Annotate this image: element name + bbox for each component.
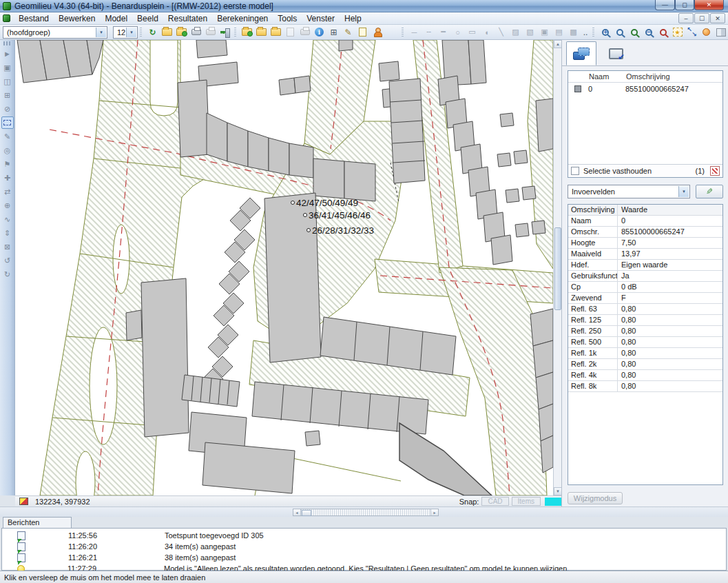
menu-bewerken[interactable]: Bewerken — [54, 13, 100, 24]
property-row[interactable]: Hdef.Eigen waarde — [568, 260, 722, 271]
notes-button[interactable] — [355, 25, 370, 39]
toolbar-grip[interactable] — [3, 41, 12, 45]
snap-color-swatch[interactable] — [545, 498, 561, 506]
messages-log[interactable]: 11:25:56 Toetspunt toegevoegd ID 305 11:… — [1, 528, 727, 571]
selection-list[interactable]: Naam Omschrijving 0 855100000665247 Sele… — [568, 70, 723, 178]
insert-tool-button[interactable]: ⊕ — [1, 199, 14, 212]
scrollbar-thumb[interactable] — [554, 227, 561, 310]
zoomlevel-combo[interactable]: 12 ▼ — [113, 26, 138, 39]
paste-tool-button[interactable]: ◫ — [1, 75, 14, 88]
move-tool-button[interactable]: ⇕ — [1, 227, 14, 239]
save-model-button[interactable] — [269, 25, 283, 39]
crop-tool-button[interactable]: ⊠ — [1, 241, 14, 253]
property-row[interactable]: Refl. 1250,80 — [568, 315, 722, 326]
selection-list-row[interactable]: 0 855100000665247 — [568, 83, 722, 94]
property-row[interactable]: Refl. 2k0,80 — [568, 359, 722, 370]
wijzigmodus-button[interactable]: Wijzigmodus — [568, 492, 623, 504]
menu-resultaten[interactable]: Resultaten — [163, 13, 212, 24]
group-combo[interactable]: (hoofdgroep) ▼ — [3, 26, 107, 39]
tab-berichten[interactable]: Berichten — [3, 517, 72, 528]
user-button[interactable] — [370, 25, 384, 39]
tab-check-results[interactable] — [601, 41, 631, 65]
rectangle-select-tool-button[interactable] — [1, 116, 14, 129]
close-button[interactable]: ✕ — [694, 0, 724, 10]
menu-venster[interactable]: Venster — [302, 13, 340, 24]
grid-view-button[interactable]: ⊞ — [326, 25, 341, 39]
property-grid[interactable]: Omschrijving Waarde Naam0 Omschr.8551000… — [568, 204, 723, 485]
scrollbar-track[interactable] — [301, 509, 430, 515]
property-row[interactable]: Omschr.855100000665247 — [568, 227, 722, 238]
menu-help[interactable]: Help — [340, 13, 366, 24]
select-tool-button[interactable]: ► — [1, 48, 14, 60]
minimize-button[interactable]: — — [655, 0, 675, 10]
copy-tool-button[interactable]: ▣ — [1, 61, 14, 74]
property-row[interactable]: Maaiveld13,97 — [568, 249, 722, 260]
property-row[interactable]: Cp0 dB — [568, 282, 722, 293]
property-row[interactable]: Naam0 — [568, 216, 722, 227]
mdi-close-button[interactable]: ✕ — [710, 13, 725, 23]
print-button[interactable] — [189, 25, 203, 39]
pan-button[interactable] — [699, 25, 714, 39]
folder-check-button[interactable] — [174, 25, 189, 39]
property-row[interactable]: Refl. 8k0,80 — [568, 381, 722, 392]
zoom-extents-button[interactable]: ↖↘ — [685, 25, 699, 39]
refresh-button[interactable]: ↻ — [145, 25, 160, 39]
drawing-toolbar: ► ▣ ◫ ⊞ ⊘ ✎ ◎ ⚑ ✚ ⇄ ⊕ ∿ ⇕ ⊠ ↺ ↻ — [0, 40, 15, 495]
menu-model[interactable]: Model — [100, 13, 132, 24]
property-row[interactable]: Refl. 5000,80 — [568, 337, 722, 348]
property-row[interactable]: Refl. 4k0,80 — [568, 370, 722, 381]
zoom-out-button[interactable]: − — [641, 25, 656, 39]
swap-tool-button[interactable]: ⇄ — [1, 185, 14, 198]
map-canvas[interactable]: 42/47/50/49/49 36/41/45/46/46 26/28/31/3… — [15, 40, 553, 495]
scroll-left-button[interactable]: ◄ — [293, 509, 301, 515]
zoom-window-button[interactable] — [612, 25, 627, 39]
add-tool-button[interactable]: ⊞ — [1, 89, 14, 101]
scroll-right-button[interactable]: ► — [430, 509, 438, 515]
plus-tool-button[interactable]: ✚ — [1, 172, 14, 184]
menu-beeld[interactable]: Beeld — [132, 13, 163, 24]
menu-tools[interactable]: Tools — [273, 13, 302, 24]
redo-tool-button[interactable]: ↻ — [1, 268, 14, 280]
map-horizontal-scrollbar[interactable]: ◄ ► — [293, 509, 439, 516]
folder-button[interactable] — [160, 25, 174, 39]
property-row[interactable]: ZwevendF — [568, 293, 722, 304]
split-view-button[interactable] — [714, 25, 728, 39]
edit-button[interactable]: ✎ — [341, 25, 355, 39]
edit-tool-button[interactable]: ✎ — [1, 130, 14, 143]
zoom-in-button[interactable]: + — [598, 25, 612, 39]
tab-selection[interactable] — [566, 41, 596, 65]
mdi-minimize-button[interactable]: – — [678, 13, 694, 23]
print-settings-button[interactable] — [203, 25, 218, 39]
property-row[interactable]: Refl. 2500,80 — [568, 326, 722, 337]
zoom-previous-button[interactable] — [656, 25, 670, 39]
info-button[interactable]: i — [312, 25, 326, 39]
zoom-favorite-button[interactable]: ★ — [670, 25, 685, 39]
selectie-vasthouden-checkbox[interactable] — [571, 167, 579, 175]
flag-tool-button[interactable]: ⚑ — [1, 158, 14, 170]
mdi-restore-button[interactable]: ☐ — [694, 13, 709, 23]
invoervelden-combo[interactable]: Invoervelden ▼ — [568, 185, 690, 198]
new-model-button[interactable] — [240, 25, 254, 39]
zoom-selection-button[interactable] — [627, 25, 641, 39]
property-row[interactable]: GebruiksfunctieJa — [568, 271, 722, 282]
open-model-button[interactable] — [254, 25, 269, 39]
clear-selection-button[interactable] — [710, 166, 720, 176]
line-dashed-icon: ╌ — [426, 28, 431, 37]
toolbar-overflow[interactable]: .. — [581, 25, 590, 39]
exit-button[interactable] — [218, 25, 232, 39]
property-row[interactable]: Refl. 1k0,80 — [568, 348, 722, 359]
property-row[interactable]: Refl. 630,80 — [568, 304, 722, 315]
undo-tool-button[interactable]: ↺ — [1, 254, 14, 267]
maximize-button[interactable]: ◻ — [675, 0, 694, 10]
edit-fields-button[interactable]: ✎ — [696, 185, 723, 198]
property-row[interactable]: Hoogte7,50 — [568, 238, 722, 249]
map-vertical-scrollbar[interactable]: ▲ ▼ — [553, 40, 561, 495]
snap-items-toggle[interactable]: Items — [512, 497, 541, 506]
snap-cad-toggle[interactable]: CAD — [481, 497, 508, 506]
menu-bestand[interactable]: Bestand — [14, 13, 54, 24]
target-tool-button[interactable]: ◎ — [1, 144, 14, 156]
menu-berekeningen[interactable]: Berekeningen — [212, 13, 273, 24]
scrollbar-thumb[interactable] — [302, 510, 311, 516]
delete-tool-button[interactable]: ⊘ — [1, 103, 14, 115]
curve-tool-button[interactable]: ∿ — [1, 213, 14, 225]
